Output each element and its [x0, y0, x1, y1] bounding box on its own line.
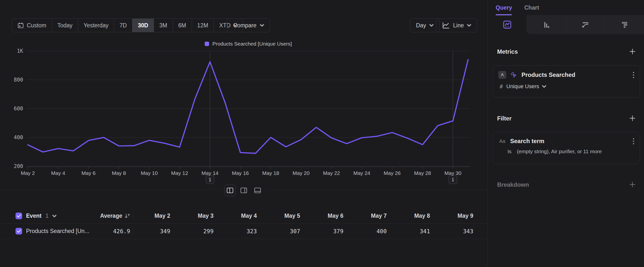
tab-funnels[interactable]: [527, 15, 566, 34]
y-axis-label: 400: [14, 134, 23, 140]
filter-property-name[interactable]: Search term: [510, 138, 626, 145]
gridlines: 2004006008001K: [14, 48, 470, 169]
x-axis-label: May 12: [171, 170, 188, 176]
row-checkbox[interactable]: [16, 228, 22, 234]
series-line[interactable]: [28, 60, 468, 153]
aggregation-label: Unique Users: [506, 83, 539, 90]
row-average-value: 426.9: [113, 228, 130, 234]
aggregation-selector[interactable]: Unique Users: [506, 83, 546, 90]
metric-card[interactable]: A Products Searched # Unique Users: [493, 65, 640, 98]
select-all-checkbox[interactable]: [16, 212, 22, 219]
tab-flows[interactable]: [566, 15, 605, 34]
y-axis-label: 1K: [17, 48, 23, 54]
day-value-cell: 343: [430, 228, 473, 234]
tab-insights[interactable]: [488, 15, 527, 34]
day-value-cell: 341: [387, 228, 430, 234]
x-axis-label: May 16: [232, 170, 249, 176]
table-header-row: Event 1 Average May 2May 3May 4May 5May …: [0, 208, 488, 224]
x-axis-label: May 8: [112, 170, 126, 176]
filter-options-kebab-icon[interactable]: [632, 138, 634, 144]
filter-operator[interactable]: Is: [508, 149, 512, 154]
x-axis-label: May 2: [21, 170, 35, 176]
filter-heading: Filter: [497, 115, 512, 122]
annotation-count: 1: [452, 177, 454, 182]
event-column-header: Event: [26, 212, 42, 219]
day-column-header[interactable]: May 3: [170, 212, 214, 219]
event-click-icon: [510, 71, 518, 79]
x-axis-label: May 26: [384, 170, 401, 176]
event-count: 1: [46, 212, 49, 219]
x-axis-label: May 6: [82, 170, 96, 176]
layout-table-only-button[interactable]: [252, 185, 263, 196]
aggregation-prefix: #: [500, 84, 503, 90]
tab-query[interactable]: Query: [496, 0, 512, 15]
filter-card[interactable]: Aa Search term Is (empty string), Air pu…: [493, 132, 640, 164]
layout-toggle-group: [221, 183, 267, 197]
chevron-down-icon: [542, 85, 546, 88]
annotation-count: 1: [208, 177, 211, 182]
x-axis-label: May 10: [141, 170, 158, 176]
insights-icon: [503, 21, 512, 29]
x-axis: May 2May 4May 6May 8May 10May 12May 14Ma…: [21, 167, 470, 176]
y-axis-label: 800: [14, 77, 23, 83]
x-axis-label: May 4: [51, 170, 66, 176]
add-filter-button[interactable]: [629, 115, 636, 121]
day-value-cell: 307: [257, 228, 300, 234]
day-value-cell: 400: [344, 228, 387, 234]
metrics-heading: Metrics: [497, 48, 518, 55]
report-type-tabs: [488, 15, 644, 34]
tab-retention[interactable]: [605, 15, 644, 34]
query-builder-panel: Query Chart: [488, 0, 644, 267]
x-axis-label: May 30: [444, 170, 462, 176]
annotations: 11: [206, 51, 457, 184]
property-type-badge: Aa: [498, 138, 506, 144]
results-table: Event 1 Average May 2May 3May 4May 5May …: [0, 208, 488, 239]
panel-tabs: Query Chart: [488, 0, 644, 15]
breakdown-heading: Breakdown: [497, 181, 529, 188]
day-value-cell: 349: [133, 228, 170, 234]
day-value-cell: 299: [170, 228, 214, 234]
bar-chart-icon: [542, 21, 550, 29]
series-letter-badge: A: [498, 71, 506, 79]
filter-value-summary[interactable]: (empty string), Air purifier, or 11 more: [517, 149, 602, 154]
day-column-header[interactable]: May 4: [214, 212, 257, 219]
day-column-header[interactable]: May 7: [344, 212, 387, 219]
sort-icon[interactable]: [125, 213, 130, 218]
x-axis-label: May 14: [202, 170, 218, 176]
day-value-cell: 379: [300, 228, 344, 234]
day-column-header[interactable]: May 8: [387, 212, 430, 219]
day-column-header[interactable]: May 9: [430, 212, 473, 219]
y-axis-label: 200: [14, 163, 23, 169]
line-chart[interactable]: 2004006008001K11May 2May 4May 6May 8May …: [0, 0, 488, 190]
tab-chart[interactable]: Chart: [524, 0, 539, 15]
layout-chart-only-button[interactable]: [238, 185, 250, 196]
table-row: Products Searched [Un... 426.9 349299323…: [0, 224, 488, 239]
average-column-header: Average: [100, 212, 122, 219]
chart-panel: CustomTodayYesterday7D30D3M6M12MXTD Comp…: [0, 0, 488, 267]
day-column-header[interactable]: May 5: [257, 212, 300, 219]
day-column-header[interactable]: May 6: [300, 212, 344, 219]
x-axis-label: May 28: [414, 170, 431, 176]
y-axis-label: 600: [14, 106, 23, 112]
x-axis-label: May 24: [353, 170, 370, 176]
x-axis-label: May 22: [323, 170, 340, 176]
metric-options-kebab-icon[interactable]: [632, 72, 634, 78]
x-axis-label: May 20: [293, 170, 310, 176]
day-column-header[interactable]: May 2: [133, 212, 170, 219]
layout-split-view-button[interactable]: [224, 185, 236, 196]
add-metric-button[interactable]: [629, 48, 636, 55]
retention-icon: [620, 21, 629, 29]
add-breakdown-button[interactable]: [629, 181, 636, 188]
flows-icon: [581, 21, 590, 29]
day-value-cell: 323: [214, 228, 257, 234]
metric-event-name[interactable]: Products Searched: [522, 71, 626, 78]
chevron-down-icon[interactable]: [52, 215, 56, 217]
x-axis-label: May 18: [262, 170, 279, 176]
